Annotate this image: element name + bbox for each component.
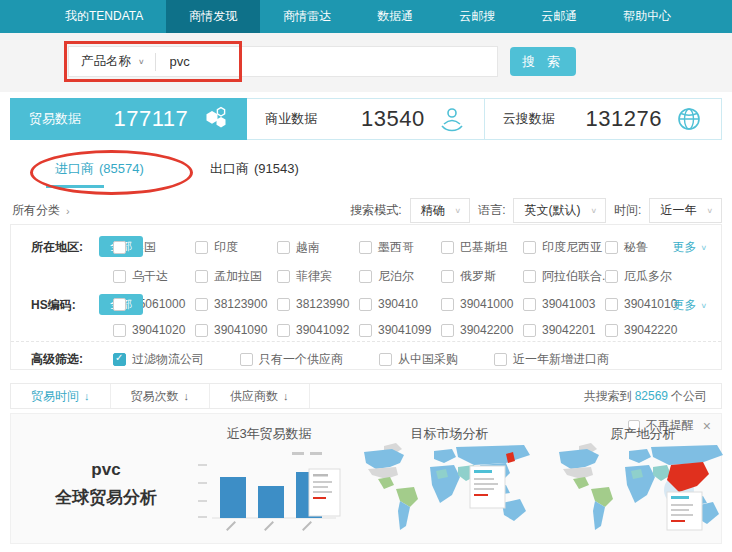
checkbox[interactable] (113, 353, 126, 366)
hs-checkbox-grid: 35061000 38123900 38123990 390410 390410… (113, 297, 675, 337)
hs-option[interactable]: 390410 (359, 297, 441, 311)
search-input[interactable] (156, 47, 497, 76)
stat-trade-data[interactable]: 贸易数据 177117 (10, 98, 247, 140)
checkbox[interactable] (379, 353, 392, 366)
hs-option[interactable]: 39042220 (605, 323, 687, 337)
chevron-right-icon: › (66, 205, 70, 217)
stat-value: 131276 (586, 106, 662, 132)
checkbox[interactable] (605, 241, 618, 254)
hs-option[interactable]: 39041090 (195, 323, 277, 337)
sort-bar: 贸易时间↓ 贸易次数↓ 供应商数↓ 共搜索到82569个公司 (10, 383, 722, 409)
checkbox[interactable] (277, 324, 290, 337)
region-more-link[interactable]: 更多∨ (672, 239, 707, 256)
checkbox[interactable] (195, 241, 208, 254)
hs-option[interactable]: 39041092 (277, 323, 359, 337)
region-option[interactable]: 巴基斯坦 (441, 239, 523, 256)
nav-item-help-center[interactable]: 帮助中心 (600, 0, 694, 33)
sort-trade-count[interactable]: 贸易次数↓ (111, 384, 211, 408)
region-option[interactable]: 越南 (277, 239, 359, 256)
hs-option[interactable]: 39042201 (523, 323, 605, 337)
hs-option[interactable]: 39041020 (113, 323, 195, 337)
tab-importers[interactable]: 进口商(85574) (55, 160, 144, 178)
advanced-option-single-supplier[interactable]: 只有一个供应商 (240, 351, 343, 368)
nav-item-business-radar[interactable]: 商情雷达 (260, 0, 354, 33)
hs-option[interactable]: 38123990 (277, 297, 359, 311)
hs-more-link[interactable]: 更多∨ (672, 297, 707, 314)
stat-value: 177117 (114, 106, 189, 132)
nav-item-my-tendata[interactable]: 我的TENDATA (42, 0, 166, 33)
nav-item-cloud-mail-pass[interactable]: 云邮通 (518, 0, 600, 33)
region-option[interactable]: 美国 (113, 239, 195, 256)
sort-supplier-count[interactable]: 供应商数↓ (210, 384, 310, 408)
region-option[interactable]: 墨西哥 (359, 239, 441, 256)
checkbox[interactable] (605, 298, 618, 311)
search-field-select[interactable]: 产品名称 ∨ (69, 53, 155, 70)
chart-tooltip (309, 469, 340, 516)
region-option[interactable]: 印度 (195, 239, 277, 256)
region-option[interactable]: 尼泊尔 (359, 268, 441, 285)
checkbox[interactable] (113, 270, 126, 283)
search-button[interactable]: 搜 索 (510, 47, 576, 76)
bar-year2 (258, 486, 284, 518)
hs-option[interactable]: 39041099 (359, 323, 441, 337)
checkbox[interactable] (359, 270, 372, 283)
checkbox[interactable] (195, 270, 208, 283)
checkbox[interactable] (441, 324, 454, 337)
advanced-filter-row: 高级筛选: 过滤物流公司 只有一个供应商 从中国采购 近一年新增进口商 (11, 351, 721, 368)
checkbox[interactable] (359, 241, 372, 254)
checkbox[interactable] (277, 241, 290, 254)
checkbox[interactable] (494, 353, 507, 366)
checkbox[interactable] (523, 270, 536, 283)
advanced-option-filter-logistics[interactable]: 过滤物流公司 (113, 351, 204, 368)
checkbox[interactable] (195, 298, 208, 311)
search-mode-select[interactable]: 精确 ∨ (410, 198, 471, 223)
language-select[interactable]: 英文(默认) ∨ (513, 198, 606, 223)
advanced-option-buy-from-china[interactable]: 从中国采购 (379, 351, 458, 368)
region-option[interactable]: 俄罗斯 (441, 268, 523, 285)
search-field-label: 产品名称 (81, 53, 131, 70)
dashed-divider (11, 341, 721, 342)
region-option[interactable]: 菲律宾 (277, 268, 359, 285)
checkbox[interactable] (113, 241, 126, 254)
stat-cloud-search-data[interactable]: 云搜数据 131276 (485, 99, 721, 139)
sort-trade-time[interactable]: 贸易时间↓ (11, 384, 111, 408)
region-option[interactable]: 阿拉伯联合... (523, 268, 605, 285)
nav-item-data-pass[interactable]: 数据通 (354, 0, 436, 33)
checkbox[interactable] (277, 270, 290, 283)
checkbox[interactable] (441, 241, 454, 254)
checkbox[interactable] (113, 298, 126, 311)
hs-option[interactable]: 39041000 (441, 297, 523, 311)
target-market-map[interactable] (356, 440, 541, 540)
tab-count: (91543) (254, 161, 299, 176)
checkbox[interactable] (359, 298, 372, 311)
hs-option[interactable]: 39041003 (523, 297, 605, 311)
checkbox[interactable] (359, 324, 372, 337)
checkbox[interactable] (195, 324, 208, 337)
checkbox[interactable] (240, 353, 253, 366)
checkbox[interactable] (523, 241, 536, 254)
all-categories-link[interactable]: 所有分类 › (12, 202, 70, 219)
checkbox[interactable] (113, 324, 126, 337)
origin-map[interactable] (551, 440, 732, 540)
advanced-option-new-importers[interactable]: 近一年新增进口商 (494, 351, 609, 368)
checkbox[interactable] (441, 298, 454, 311)
checkbox[interactable] (523, 324, 536, 337)
trade-3year-bar-chart[interactable] (192, 444, 344, 542)
checkbox[interactable] (605, 270, 618, 283)
hs-option[interactable]: 39042200 (441, 323, 523, 337)
checkbox[interactable] (277, 298, 290, 311)
region-option[interactable]: 厄瓜多尔 (605, 268, 687, 285)
region-option[interactable]: 乌干达 (113, 268, 195, 285)
checkbox[interactable] (605, 324, 618, 337)
hs-option[interactable]: 38123900 (195, 297, 277, 311)
region-option[interactable]: 印度尼西亚 (523, 239, 605, 256)
hs-option[interactable]: 35061000 (113, 297, 195, 311)
checkbox[interactable] (441, 270, 454, 283)
tab-exporters[interactable]: 出口商(91543) (210, 160, 299, 178)
stat-commercial-data[interactable]: 商业数据 13540 (247, 99, 484, 139)
time-select[interactable]: 近一年 ∨ (649, 198, 722, 223)
region-option[interactable]: 孟加拉国 (195, 268, 277, 285)
nav-item-cloud-mail-search[interactable]: 云邮搜 (436, 0, 518, 33)
checkbox[interactable] (523, 298, 536, 311)
nav-item-business-discovery[interactable]: 商情发现 (166, 0, 260, 33)
